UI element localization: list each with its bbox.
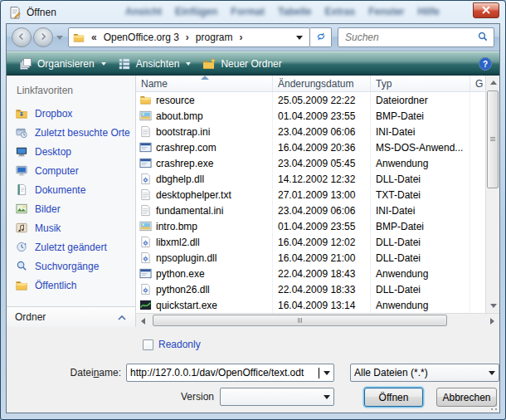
sidebar-item-zuletzt-ge-ndert[interactable]: Zuletzt geändert	[7, 237, 135, 256]
version-label: Version	[154, 391, 214, 403]
navigation-bar: « OpenOffice.org 3 › program ›	[7, 24, 499, 51]
file-type: MS-DOS-Anwend...	[371, 142, 470, 154]
readonly-checkbox[interactable]	[143, 339, 153, 350]
sidebar-item-dropbox[interactable]: Dropbox	[7, 104, 135, 123]
breadcrumb-item-program[interactable]: program	[191, 32, 238, 43]
file-date: 16.04.2009 12:02	[273, 237, 371, 248]
triangle-right-icon	[490, 318, 494, 325]
filename-row: Dateiname: http://127.0.0.1/dav/OpenOffi…	[7, 364, 499, 382]
file-row-crashrep-com[interactable]: crashrep.com16.04.2009 20:36MS-DOS-Anwen…	[136, 139, 485, 155]
sidebar-item-bilder[interactable]: Bilder	[7, 199, 135, 218]
file-row-desktophelper-txt[interactable]: desktophelper.txt27.01.2009 13:00TXT-Dat…	[136, 187, 485, 203]
organize-button[interactable]: Organisieren	[13, 55, 112, 73]
file-row-dbghelp-dll[interactable]: dbghelp.dll14.12.2002 12:32DLL-Datei	[136, 171, 485, 187]
version-select[interactable]	[220, 388, 334, 406]
filetype-select[interactable]: Alle Dateien (*.*)	[350, 364, 499, 382]
refresh-button[interactable]	[310, 27, 332, 47]
main-area: Linkfavoriten DropboxZuletzt besuchte Or…	[7, 76, 499, 327]
dll-icon	[139, 173, 152, 185]
column-header-size[interactable]: G	[470, 76, 485, 91]
back-arrow-icon	[16, 31, 27, 45]
file-row-resource[interactable]: resource25.05.2009 22:22Dateiordner	[136, 92, 485, 108]
file-row-npsoplugin-dll[interactable]: npsoplugin.dll16.04.2009 21:00DLL-Datei	[136, 250, 485, 266]
new-folder-button[interactable]: Neuer Ordner	[197, 55, 287, 73]
filename-value: http://127.0.0.1/dav/OpenOffice/text.odt	[127, 367, 319, 378]
breadcrumb-collapse[interactable]: «	[90, 32, 99, 43]
sidebar-item-label: Zuletzt besuchte Orte	[35, 127, 130, 139]
file-date: 16.04.2009 13:14	[273, 300, 371, 311]
history-dropdown[interactable]	[56, 36, 63, 40]
close-button[interactable]	[473, 2, 499, 18]
sidebar-item-label: Dokumente	[35, 184, 85, 196]
horizontal-scrollbar[interactable]	[136, 313, 499, 327]
search-icon[interactable]	[477, 31, 489, 45]
sidebar-item-ffentlich[interactable]: Öffentlich	[7, 276, 135, 295]
sidebar-item-label: Öffentlich	[35, 280, 76, 291]
file-row-about-bmp[interactable]: about.bmp01.04.2009 23:55BMP-Datei	[136, 108, 485, 124]
views-button[interactable]: Ansichten	[112, 55, 197, 73]
column-header-type[interactable]: Typ	[371, 76, 470, 91]
triangle-down-icon	[490, 304, 497, 308]
folders-expander[interactable]: Ordner	[7, 306, 135, 327]
sidebar-item-desktop[interactable]: Desktop	[7, 142, 135, 161]
sidebar-item-dokumente[interactable]: Dokumente	[7, 180, 135, 199]
desktop-icon	[15, 145, 29, 159]
sidebar-item-label: Zuletzt geändert	[35, 242, 107, 253]
filetype-value: Alle Dateien (*.*)	[351, 367, 484, 378]
breadcrumb[interactable]: « OpenOffice.org 3 › program ›	[68, 27, 310, 47]
horizontal-scroll-thumb[interactable]	[153, 315, 447, 326]
scroll-up-button[interactable]	[486, 76, 500, 90]
vertical-scrollbar[interactable]	[485, 76, 499, 313]
sidebar-item-suchvorg-nge[interactable]: Suchvorgänge	[7, 256, 135, 276]
filename-dropdown-icon[interactable]	[319, 364, 333, 381]
file-row-python-exe[interactable]: python.exe22.04.2009 18:43Anwendung	[136, 266, 485, 281]
breadcrumb-item-openoffice[interactable]: OpenOffice.org 3	[99, 32, 184, 43]
open-button[interactable]: Öffnen	[364, 388, 423, 407]
address-dropdown-icon[interactable]	[296, 36, 303, 40]
command-toolbar: Organisieren Ansichten Neuer Ordner ?	[7, 51, 499, 76]
scroll-down-button[interactable]	[486, 299, 500, 313]
file-type: INI-Datei	[371, 205, 470, 217]
column-header-date[interactable]: Änderungsdatum	[273, 76, 371, 91]
back-button[interactable]	[12, 27, 32, 47]
sidebar-item-computer[interactable]: Computer	[7, 161, 135, 180]
file-type: BMP-Datei	[371, 221, 470, 232]
sidebar-item-zuletzt-besuchte-orte[interactable]: Zuletzt besuchte Orte	[7, 123, 135, 142]
help-button[interactable]: ?	[478, 56, 493, 71]
recent-places-icon	[15, 126, 29, 139]
filetype-dropdown-icon[interactable]	[484, 364, 499, 381]
vertical-scroll-thumb[interactable]	[487, 90, 499, 188]
version-dropdown-icon[interactable]	[319, 388, 333, 405]
forward-button[interactable]	[33, 27, 53, 47]
file-type: Dateiordner	[371, 95, 470, 106]
file-row-libxml2-dll[interactable]: libxml2.dll16.04.2009 12:02DLL-Datei	[136, 234, 485, 250]
file-type: DLL-Datei	[371, 173, 470, 185]
cancel-button-label: Abbrechen	[442, 392, 490, 403]
readonly-label: Readonly	[158, 339, 201, 350]
breadcrumb-separator: ›	[238, 32, 245, 43]
filename-input[interactable]: http://127.0.0.1/dav/OpenOffice/text.odt	[126, 364, 334, 382]
sidebar-item-musik[interactable]: Musik	[7, 218, 135, 237]
file-row-crashrep-exe[interactable]: crashrep.exe23.04.2009 05:45Anwendung	[136, 155, 485, 171]
titlebar[interactable]: Öffnen	[1, 1, 505, 23]
dll-icon	[139, 252, 152, 264]
file-name: bootstrap.ini	[156, 126, 210, 138]
textdoc-icon	[139, 188, 152, 201]
file-name: resource	[156, 95, 195, 106]
file-row-python26-dll[interactable]: python26.dll22.04.2009 18:33DLL-Datei	[136, 281, 485, 297]
sidebar-item-label: Bilder	[35, 203, 61, 215]
scroll-right-button[interactable]	[485, 314, 499, 328]
file-date: 16.04.2009 21:00	[273, 252, 371, 264]
file-row-intro-bmp[interactable]: intro.bmp01.04.2009 23:55BMP-Datei	[136, 218, 485, 234]
column-header-name[interactable]: Name	[136, 76, 273, 91]
column-label: Änderungsdatum	[278, 78, 353, 90]
resize-grip[interactable]	[488, 401, 498, 411]
svg-text:?: ?	[483, 60, 488, 69]
computer-icon	[15, 164, 29, 178]
file-row-bootstrap-ini[interactable]: bootstrap.ini23.04.2009 06:06INI-Datei	[136, 124, 485, 139]
search-input[interactable]	[343, 31, 477, 44]
file-row-quickstart-exe[interactable]: quickstart.exe16.04.2009 13:14Anwendung	[136, 297, 485, 313]
scroll-left-button[interactable]	[136, 314, 150, 328]
open-file-dialog: AnsichtEinfügenFormatTabelleExtrasFenste…	[0, 0, 506, 420]
file-row-fundamental-ini[interactable]: fundamental.ini23.04.2009 06:06INI-Datei	[136, 203, 485, 218]
